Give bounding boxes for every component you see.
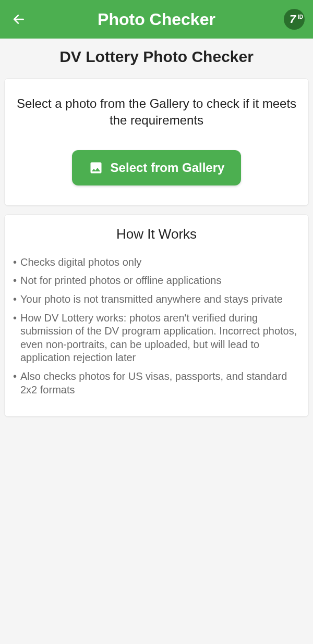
list-item: Your photo is not transmitted anywhere a… (13, 293, 300, 306)
how-it-works-card: How It Works Checks digital photos only … (4, 214, 309, 417)
gallery-button-label: Select from Gallery (111, 160, 225, 175)
list-item: Checks digital photos only (13, 256, 300, 269)
how-it-works-list: Checks digital photos only Not for print… (13, 256, 300, 397)
select-prompt-text: Select a photo from the Gallery to check… (15, 95, 298, 129)
list-item: How DV Lottery works: photos aren't veri… (13, 312, 300, 365)
select-from-gallery-button[interactable]: Select from Gallery (72, 150, 242, 185)
app-logo[interactable]: 7 ID (284, 9, 305, 30)
how-it-works-title: How It Works (13, 226, 300, 242)
image-icon (89, 160, 103, 175)
arrow-left-icon (12, 13, 26, 26)
header-title: Photo Checker (98, 10, 215, 29)
list-item: Not for printed photos or offline applic… (13, 274, 300, 288)
select-photo-card: Select a photo from the Gallery to check… (4, 78, 309, 206)
list-item: Also checks photos for US visas, passpor… (13, 370, 300, 397)
logo-seven-text: 7 (290, 13, 296, 26)
back-button[interactable] (8, 9, 29, 30)
app-header: Photo Checker 7 ID (0, 0, 313, 39)
logo-id-text: ID (298, 14, 303, 20)
page-title: DV Lottery Photo Checker (0, 39, 313, 74)
